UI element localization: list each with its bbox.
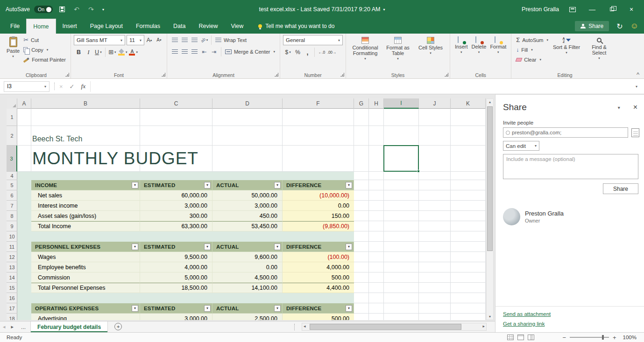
zoom-in-button[interactable]: + [613, 334, 616, 341]
row-header-2[interactable]: 2 [7, 126, 17, 146]
font-name-dropdown[interactable]: Gill Sans MT▾ [74, 35, 125, 45]
budget-difference-value[interactable]: 4,400.00 [283, 283, 354, 293]
autosave-toggle[interactable]: On [34, 6, 53, 13]
ribbon-display-options-button[interactable] [566, 3, 579, 15]
zoom-slider-thumb[interactable] [602, 335, 604, 340]
table-header-cell[interactable]: ESTIMATED▾ [140, 242, 212, 252]
column-header-A[interactable]: A [17, 98, 31, 109]
vertical-scrollbar[interactable]: ▴ ▾ [486, 98, 494, 320]
budget-difference-value[interactable]: (100.00) [283, 252, 354, 262]
filter-dropdown-button[interactable]: ▾ [274, 244, 281, 250]
row-header-8[interactable]: 8 [7, 211, 17, 221]
row-header-13[interactable]: 13 [7, 262, 17, 272]
minimize-button[interactable]: — [586, 3, 598, 15]
zoom-level-label[interactable]: 100% [623, 335, 637, 340]
table-header-cell[interactable]: OPERATING EXPENSES▾ [31, 303, 140, 314]
comma-style-button[interactable]: , [303, 47, 312, 57]
get-sharing-link[interactable]: Get a sharing link [503, 321, 637, 327]
ribbon-tab-home[interactable]: Home [26, 19, 56, 34]
align-top-button[interactable] [170, 35, 180, 45]
new-sheet-button[interactable]: + [114, 323, 122, 330]
filter-dropdown-button[interactable]: ▾ [346, 305, 352, 312]
row-header-14[interactable]: 14 [7, 272, 17, 283]
filter-dropdown-button[interactable]: ▾ [204, 244, 211, 250]
delete-cells-button[interactable]: Delete ▾ [470, 35, 488, 54]
formula-bar-expand-icon[interactable]: ▾ [636, 84, 637, 89]
budget-actual-value[interactable]: 14,100.00 [212, 283, 283, 293]
column-header-H[interactable]: H [369, 98, 384, 109]
column-header-B[interactable]: B [31, 98, 140, 109]
scroll-up-icon[interactable]: ▴ [487, 100, 493, 104]
budget-row-label[interactable]: Net sales [31, 190, 140, 201]
sheet-title[interactable]: MONTHLY BUDGET [32, 146, 198, 172]
wrap-text-button[interactable]: Wrap Text [213, 35, 248, 45]
row-header-15[interactable]: 15 [7, 283, 17, 293]
accounting-format-button[interactable]: $▾ [283, 47, 293, 57]
formula-input[interactable] [90, 81, 633, 92]
normal-view-button[interactable] [507, 335, 514, 340]
budget-actual-value[interactable]: 3,000.00 [212, 201, 283, 211]
budget-row-label[interactable]: Asset sales (gain/loss) [31, 211, 140, 221]
row-header-9[interactable]: 9 [7, 221, 17, 231]
qat-customize-button[interactable]: ▾ [100, 4, 106, 14]
budget-actual-value[interactable]: 0.00 [212, 262, 283, 272]
confirm-entry-button[interactable]: ✓ [70, 83, 75, 90]
collapse-ribbon-button[interactable]: ^ [637, 71, 639, 78]
budget-estimated-value[interactable]: 3,000.00 [140, 201, 212, 211]
fill-color-button[interactable]: ▾ [117, 47, 128, 57]
underline-button[interactable]: U▾ [93, 47, 103, 57]
budget-difference-value[interactable]: 150.00 [283, 211, 354, 221]
cut-button[interactable]: ✂Cut [21, 35, 68, 45]
scroll-down-icon[interactable]: ▾ [487, 314, 493, 319]
table-header-cell[interactable]: DIFFERENCE▾ [283, 180, 354, 190]
share-pane-menu-button[interactable]: ▾ [618, 105, 620, 110]
version-history-button[interactable]: ↻ [616, 22, 623, 31]
sheet-nav-left-button[interactable]: ◂ [0, 321, 8, 332]
budget-difference-value[interactable]: (9,850.00) [283, 221, 354, 231]
row-header-17[interactable]: 17 [7, 303, 17, 314]
budget-difference-value[interactable]: (10,000.00) [283, 190, 354, 201]
column-header-K[interactable]: K [451, 98, 486, 109]
italic-button[interactable]: I [84, 47, 93, 57]
column-header-J[interactable]: J [419, 98, 451, 109]
font-color-button[interactable]: A▾ [128, 47, 139, 57]
sheet-tab-overflow[interactable]: ... [16, 321, 30, 332]
zoom-slider[interactable] [570, 335, 609, 340]
budget-difference-value[interactable]: 500.00 [283, 272, 354, 283]
cell-styles-button[interactable]: Cell Styles ▾ [414, 35, 447, 55]
selection-box[interactable] [383, 145, 419, 172]
format-cells-button[interactable]: Format ▾ [488, 35, 508, 54]
column-header-D[interactable]: D [212, 98, 283, 109]
row-header-3[interactable]: 3 [7, 146, 17, 172]
bold-button[interactable]: B [74, 47, 84, 57]
find-select-button[interactable]: Find & Select ▾ [583, 35, 616, 60]
increase-font-size-button[interactable]: A▴ [144, 35, 154, 45]
message-input[interactable]: Include a message (optional) [503, 154, 638, 179]
table-header-cell[interactable]: ESTIMATED▾ [140, 303, 212, 314]
budget-estimated-value[interactable]: 18,500.00 [140, 283, 212, 293]
budget-estimated-value[interactable]: 300.00 [140, 211, 212, 221]
align-bottom-button[interactable] [190, 35, 199, 45]
decrease-font-size-button[interactable]: A▾ [154, 35, 164, 45]
format-as-table-button[interactable]: Format as Table ▾ [382, 35, 414, 61]
font-dialog-launcher[interactable] [162, 73, 165, 77]
decrease-indent-button[interactable]: ⇤ [199, 47, 209, 56]
alignment-dialog-launcher[interactable] [275, 73, 278, 77]
table-header-cell[interactable]: ACTUAL▾ [212, 242, 283, 252]
budget-estimated-value[interactable]: 5,000.00 [140, 272, 212, 283]
table-header-cell[interactable]: DIFFERENCE▾ [283, 303, 354, 314]
align-left-button[interactable] [170, 47, 180, 56]
clipboard-dialog-launcher[interactable] [65, 73, 69, 77]
table-header-cell[interactable]: ESTIMATED▾ [140, 180, 212, 190]
format-painter-button[interactable]: Format Painter [21, 55, 68, 64]
fill-button[interactable]: ↓Fill▾ [514, 45, 550, 55]
tab-scroll-splitter[interactable] [294, 324, 295, 330]
budget-estimated-value[interactable]: 60,000.00 [140, 190, 212, 201]
ribbon-tab-page-layout[interactable]: Page Layout [84, 19, 129, 34]
filter-dropdown-button[interactable]: ▾ [346, 182, 352, 188]
budget-row-label[interactable]: Total Personnel Expenses [31, 283, 140, 293]
decrease-decimal-button[interactable]: .00→ [326, 47, 337, 57]
filter-dropdown-button[interactable]: ▾ [346, 244, 352, 250]
ribbon-tab-insert[interactable]: Insert [56, 19, 84, 34]
vertical-scroll-thumb[interactable] [487, 106, 493, 251]
